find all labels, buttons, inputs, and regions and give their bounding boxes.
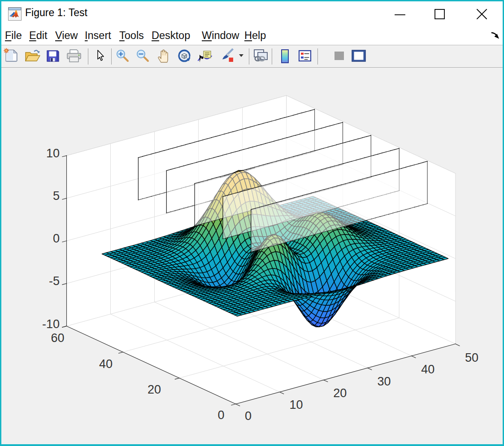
svg-text:10: 10 [46,147,60,160]
svg-text:60: 60 [51,331,64,345]
svg-text:20: 20 [148,383,161,396]
svg-text:0: 0 [245,409,252,423]
svg-text:20: 20 [333,386,347,400]
svg-text:40: 40 [99,357,113,371]
svg-text:-5: -5 [49,274,60,288]
svg-text:0: 0 [217,408,224,422]
svg-text:30: 30 [377,375,391,388]
svg-text:40: 40 [421,363,434,376]
svg-text:5: 5 [53,189,60,203]
svg-text:0: 0 [53,232,60,245]
svg-text:-10: -10 [42,317,60,331]
svg-text:50: 50 [465,351,478,364]
svg-text:10: 10 [289,398,303,411]
